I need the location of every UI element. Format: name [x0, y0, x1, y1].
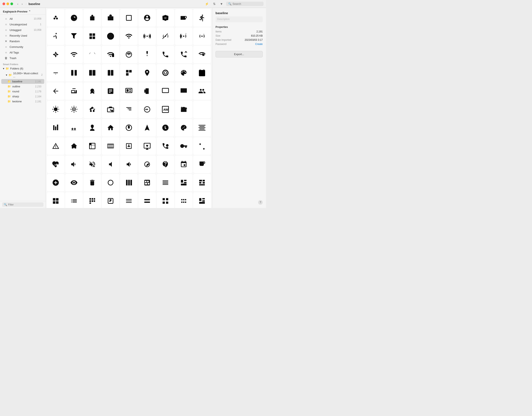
- icon-cell[interactable]: [175, 156, 192, 173]
- export-button[interactable]: Export...: [216, 51, 263, 57]
- icon-cell[interactable]: [84, 82, 101, 100]
- icon-cell[interactable]: [120, 82, 138, 100]
- icon-cell[interactable]: [193, 64, 211, 81]
- icon-cell[interactable]: [120, 9, 138, 27]
- search-input[interactable]: [233, 2, 261, 5]
- icon-cell[interactable]: [120, 101, 138, 118]
- icon-cell[interactable]: [193, 82, 211, 100]
- folder-item-sharp[interactable]: 📁 sharp 2,164: [1, 94, 44, 99]
- folder-item-baseline[interactable]: 📁 baseline 2,191: [1, 79, 44, 84]
- icon-cell[interactable]: [193, 119, 211, 137]
- icon-cell[interactable]: [84, 174, 101, 191]
- icon-cell[interactable]: [65, 156, 83, 173]
- icon-cell[interactable]: [138, 64, 156, 81]
- icon-cell[interactable]: [175, 174, 192, 191]
- icon-cell[interactable]: [47, 101, 64, 118]
- icon-cell[interactable]: [120, 137, 138, 155]
- sort-icon-btn[interactable]: ⇅: [212, 2, 217, 6]
- icon-cell[interactable]: [47, 156, 64, 173]
- icon-cell[interactable]: ★: [65, 9, 83, 27]
- icon-cell[interactable]: [157, 192, 174, 208]
- icon-cell[interactable]: [157, 156, 174, 173]
- icon-cell[interactable]: [84, 28, 101, 45]
- icon-cell[interactable]: [157, 82, 174, 100]
- view-icon-btn[interactable]: ▼: [219, 2, 224, 6]
- icon-cell[interactable]: [47, 46, 64, 63]
- panel-description[interactable]: Description: [216, 16, 263, 22]
- icon-cell[interactable]: [65, 137, 83, 155]
- icon-cell[interactable]: [102, 156, 119, 173]
- icon-cell[interactable]: [47, 82, 64, 100]
- icon-cell[interactable]: [84, 137, 101, 155]
- icon-cell[interactable]: [65, 174, 83, 191]
- parent-folder-item[interactable]: ▾ 📁 10,000+ Must-collect ... 2: [0, 71, 46, 79]
- icon-cell[interactable]: [175, 137, 192, 155]
- icon-cell[interactable]: [47, 64, 64, 81]
- sidebar-item-recently-used[interactable]: ○ Recently Used: [1, 33, 44, 38]
- icon-cell[interactable]: [65, 28, 83, 45]
- icon-cell[interactable]: [65, 82, 83, 100]
- sidebar-item-all-tags[interactable]: ○ All Tags: [1, 50, 44, 55]
- icon-cell[interactable]: [120, 46, 138, 63]
- sidebar-item-random[interactable]: ✕ Random: [1, 39, 44, 44]
- forward-button[interactable]: ›: [21, 2, 23, 6]
- icon-cell[interactable]: [120, 156, 138, 173]
- icon-cell[interactable]: [102, 64, 119, 81]
- icon-cell[interactable]: [157, 174, 174, 191]
- sidebar-item-community[interactable]: ○ Community: [1, 44, 44, 50]
- icon-cell[interactable]: [193, 192, 211, 208]
- panel-create-link[interactable]: Create: [255, 43, 263, 46]
- icon-cell[interactable]: [84, 46, 101, 63]
- icon-cell[interactable]: [193, 46, 211, 63]
- sidebar-item-untagged[interactable]: ○ Untagged 10,958: [1, 27, 44, 33]
- icon-cell[interactable]: [65, 64, 83, 81]
- folders-section[interactable]: ▾ 📁 Folders (6): [0, 66, 46, 71]
- icon-cell[interactable]: [65, 119, 83, 137]
- search-bar[interactable]: 🔍: [226, 2, 264, 6]
- icon-cell[interactable]: [138, 174, 156, 191]
- icon-cell[interactable]: [138, 156, 156, 173]
- icon-cell[interactable]: [84, 156, 101, 173]
- icon-cell[interactable]: [175, 192, 192, 208]
- icon-cell[interactable]: [47, 9, 64, 27]
- icon-cell[interactable]: [175, 64, 192, 81]
- icon-cell[interactable]: [193, 174, 211, 191]
- icon-cell[interactable]: [157, 119, 174, 137]
- icon-cell[interactable]: [120, 174, 138, 191]
- help-button[interactable]: ?: [258, 200, 263, 205]
- icon-cell[interactable]: [193, 101, 211, 118]
- icon-cell[interactable]: [47, 174, 64, 191]
- icon-cell[interactable]: [138, 28, 156, 45]
- icon-cell[interactable]: W: [157, 9, 174, 27]
- icon-cell[interactable]: [84, 119, 101, 137]
- sidebar-item-all[interactable]: ○ All 10,958: [1, 16, 44, 21]
- icon-cell[interactable]: [175, 119, 192, 137]
- icon-cell[interactable]: [120, 28, 138, 45]
- icon-cell[interactable]: [102, 192, 119, 208]
- filter-input-wrap[interactable]: 🔍: [2, 202, 43, 207]
- icon-cell[interactable]: [157, 137, 174, 155]
- icon-cell[interactable]: [47, 119, 64, 137]
- icon-cell[interactable]: [175, 9, 192, 27]
- icon-cell[interactable]: [84, 9, 101, 27]
- minimize-button[interactable]: [6, 2, 9, 5]
- icon-cell[interactable]: [102, 174, 119, 191]
- folder-item-round[interactable]: 📁 round 2,176: [1, 89, 44, 94]
- icon-cell[interactable]: [65, 192, 83, 208]
- filter-input[interactable]: [8, 203, 42, 206]
- icon-cell[interactable]: [138, 192, 156, 208]
- back-button[interactable]: ‹: [16, 2, 19, 6]
- icon-cell[interactable]: [138, 82, 156, 100]
- icon-cell[interactable]: [138, 119, 156, 137]
- icon-cell[interactable]: [157, 28, 174, 45]
- icon-cell[interactable]: [175, 101, 192, 118]
- maximize-button[interactable]: [10, 2, 13, 5]
- icon-cell[interactable]: [102, 82, 119, 100]
- icon-cell[interactable]: [47, 192, 64, 208]
- icon-cell[interactable]: [47, 28, 64, 45]
- icon-cell[interactable]: [102, 9, 119, 27]
- icon-cell[interactable]: [138, 137, 156, 155]
- icon-cell[interactable]: !: [175, 28, 192, 45]
- icon-cell[interactable]: [175, 46, 192, 63]
- icon-cell[interactable]: [102, 119, 119, 137]
